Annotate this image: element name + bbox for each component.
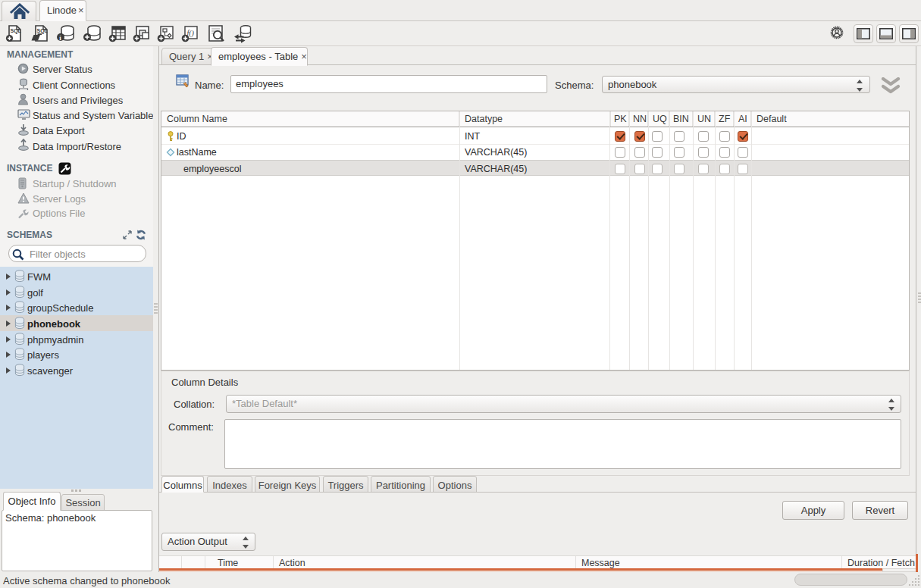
svg-text:SQL: SQL [11, 28, 22, 34]
svg-text:SQL: SQL [37, 28, 49, 34]
